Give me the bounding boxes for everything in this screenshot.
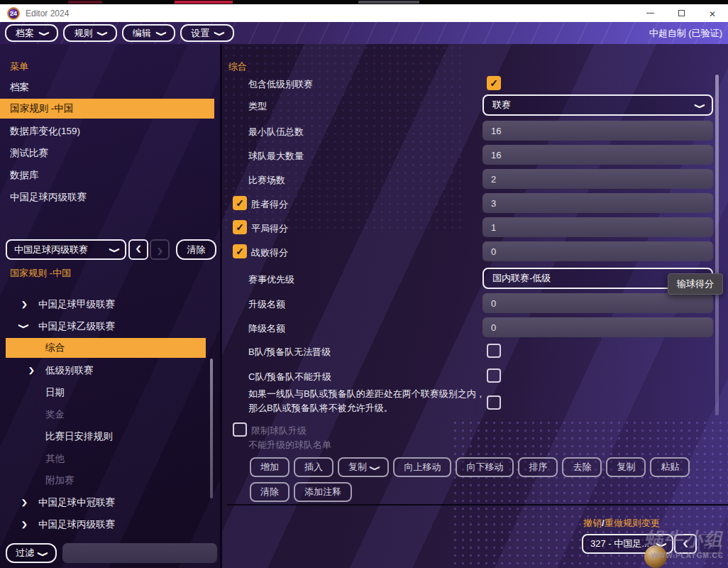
type-select-value: 联赛	[492, 99, 511, 111]
filter-input[interactable]	[62, 543, 217, 563]
tree-item-other[interactable]: 其他	[0, 448, 214, 469]
menu-settings-label: 设置	[191, 27, 209, 40]
chevron-down-icon	[100, 28, 106, 38]
add-note-button[interactable]: 添加注释	[294, 482, 352, 502]
undo-back-button[interactable]: ❯	[674, 534, 697, 554]
tree-item-league-two[interactable]: 中国足球乙级联赛	[0, 316, 214, 337]
tree-item-lower-leagues[interactable]: 低级别联赛	[0, 360, 214, 381]
two-level-gap-rule-checkbox[interactable]	[487, 395, 501, 410]
tree-item-label: 比赛日安排规则	[45, 430, 113, 443]
sidebar-item-file[interactable]: 档案	[0, 77, 214, 97]
restrict-team-promotion-checkbox[interactable]	[233, 422, 247, 437]
field-label: 最小队伍总数	[248, 126, 304, 138]
type-select[interactable]: 联赛	[482, 94, 713, 116]
sort-button[interactable]: 排序	[518, 457, 558, 477]
menu-edit-button[interactable]: 编辑	[122, 24, 175, 42]
tree-item-prize-money[interactable]: 奖金	[0, 404, 214, 425]
sidebar-item-database[interactable]: 数据库	[0, 165, 214, 185]
chevron-down-icon	[21, 322, 27, 330]
app-logo-icon: 24	[7, 7, 20, 20]
chevron-right-icon	[157, 244, 162, 256]
undo-history-dropdown[interactable]: 327 - 中国足...	[582, 534, 673, 554]
app-logo-text: 24	[10, 10, 17, 17]
min-teams-input[interactable]	[482, 121, 713, 141]
window-title: Editor 2024	[26, 9, 69, 18]
main-scrollbar[interactable]	[715, 75, 719, 415]
c-team-no-promotion-checkbox[interactable]	[487, 368, 501, 383]
tree-item-league-three[interactable]: 中国足球丙级联赛	[0, 514, 214, 535]
sidebar-menu-header: 菜单	[10, 60, 28, 73]
close-button[interactable]	[697, 4, 728, 22]
tree-item-label: 中国足球中冠联赛	[38, 496, 115, 509]
draw-points-checkbox[interactable]	[233, 220, 247, 234]
sidebar-item-label: 中国足球丙级联赛	[10, 191, 87, 204]
sidebar: 菜单 档案 国家规则 -中国 数据库变化(159) 测试比赛 数据库 中国足球丙…	[0, 44, 220, 568]
max-teams-input[interactable]	[482, 145, 713, 165]
menu-settings-button[interactable]: 设置	[180, 24, 233, 42]
sidebar-item-label: 档案	[10, 81, 29, 94]
menu-rules-button[interactable]: 规则	[63, 24, 116, 42]
sidebar-item-db-changes[interactable]: 数据库变化(159)	[0, 121, 214, 141]
sidebar-item-china-league-three[interactable]: 中国足球丙级联赛	[0, 187, 214, 207]
list-toolbar-row-1: 增加 插入 复制 向上移动 向下移动 排序 去除 复制 粘贴	[250, 457, 690, 477]
minimize-button[interactable]	[634, 4, 666, 22]
clear-list-button[interactable]: 清除	[250, 482, 289, 502]
relegation-places-input[interactable]	[482, 317, 713, 337]
paste-button[interactable]: 粘贴	[650, 457, 690, 477]
tree-item-dates[interactable]: 日期	[0, 382, 214, 403]
filter-button-label: 过滤	[16, 547, 34, 559]
move-up-button[interactable]: 向上移动	[393, 457, 451, 477]
chevron-down-icon	[40, 548, 46, 559]
promotion-places-input[interactable]	[482, 293, 713, 313]
remove-button[interactable]: 去除	[562, 457, 602, 477]
sidebar-scrollbar[interactable]	[210, 359, 213, 498]
win-points-input[interactable]	[482, 193, 713, 213]
tree-item-league-one[interactable]: 中国足球甲级联赛	[0, 294, 214, 315]
loss-points-tooltip: 输球得分	[668, 273, 723, 295]
field-label: 胜者得分	[251, 198, 288, 211]
add-button[interactable]: 增加	[250, 457, 289, 477]
win-points-checkbox[interactable]	[233, 196, 247, 210]
tree-item-label: 日期	[45, 386, 65, 399]
footer-divider	[227, 504, 728, 506]
clear-button[interactable]: 清除	[176, 239, 216, 260]
history-back-button[interactable]: ❯	[128, 239, 148, 260]
tree-item-general-selected[interactable]: 综合	[6, 338, 206, 358]
tree-item-playoffs[interactable]: 附加赛	[0, 470, 214, 491]
field-label: 球队最大数量	[248, 150, 304, 163]
menu-edit-label: 编辑	[133, 27, 151, 40]
tree-item-label: 综合	[45, 342, 65, 354]
history-forward-button[interactable]	[150, 239, 170, 260]
top-edge-artifact	[175, 1, 233, 4]
competition-priority-value: 国内联赛-低级	[492, 272, 551, 285]
sidebar-item-nation-rules-selected[interactable]: 国家规则 -中国	[0, 99, 214, 119]
sidebar-item-label: 数据库变化(159)	[10, 125, 80, 138]
field-label: 限制球队升级	[251, 425, 307, 437]
menu-file-button[interactable]: 档案	[5, 24, 58, 42]
b-team-no-promotion-checkbox[interactable]	[487, 344, 501, 358]
filter-button[interactable]: 过滤	[6, 543, 57, 563]
include-lower-leagues-checkbox[interactable]	[487, 76, 501, 90]
loss-points-input[interactable]	[482, 241, 713, 261]
tree-item-matchday-rules[interactable]: 比赛日安排规则	[0, 426, 214, 447]
undo-forward-button[interactable]	[698, 534, 721, 554]
field-label: 类型	[248, 100, 267, 113]
tree-item-label: 附加赛	[45, 474, 75, 487]
loss-points-checkbox[interactable]	[233, 244, 247, 258]
maximize-button[interactable]	[666, 4, 697, 22]
sidebar-item-test-match[interactable]: 测试比赛	[0, 143, 214, 163]
sidebar-item-label: 国家规则 -中国	[10, 102, 73, 115]
draw-points-input[interactable]	[482, 217, 713, 237]
tree-item-cmcl[interactable]: 中国足球中冠联赛	[0, 492, 214, 513]
field-label: C队/预备队不能升级	[248, 371, 331, 383]
copy-button[interactable]: 复制	[606, 457, 646, 477]
move-down-button[interactable]: 向下移动	[456, 457, 514, 477]
minimize-icon	[646, 13, 654, 13]
clear-list-label: 清除	[260, 486, 279, 498]
insert-button[interactable]: 插入	[294, 457, 333, 477]
matches-count-input[interactable]	[482, 169, 713, 189]
clear-button-label: 清除	[187, 244, 206, 256]
paste-button-label: 粘贴	[661, 461, 679, 474]
copy-dropdown-button[interactable]: 复制	[338, 457, 389, 477]
competition-dropdown[interactable]: 中国足球丙级联赛	[6, 239, 126, 260]
